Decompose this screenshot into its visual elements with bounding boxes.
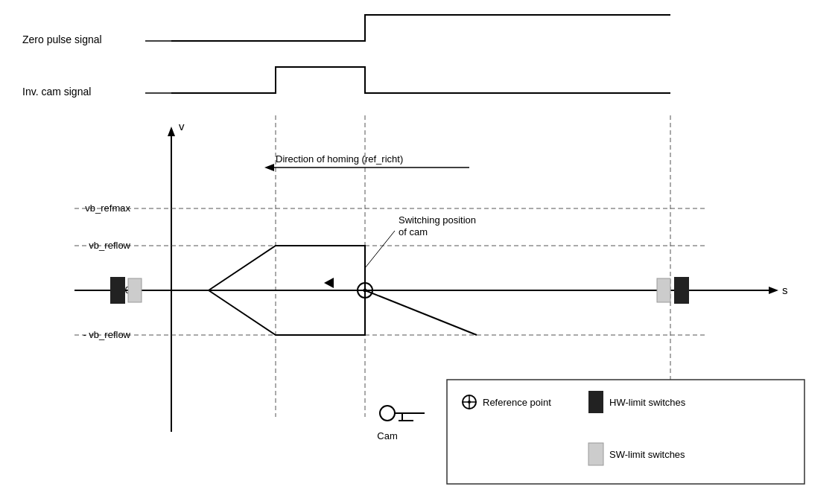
velocity-profile-lower xyxy=(209,290,365,335)
switching-pos-label2: of cam xyxy=(399,226,428,237)
cam-label: Cam xyxy=(377,430,397,441)
cam-legend-circle xyxy=(380,406,395,421)
inside-arrow xyxy=(324,278,334,288)
switching-pos-line xyxy=(365,231,395,268)
diagram-container: Zero pulse signal Inv. cam signal v s xyxy=(0,0,838,504)
homing-diagram: Zero pulse signal Inv. cam signal v s xyxy=(0,0,838,504)
vb-reflow-label: vb_reflow xyxy=(89,240,130,251)
sw-limit-switch-left xyxy=(128,278,142,302)
legend-ref-dot xyxy=(468,401,471,403)
legend-sw-label: SW-limit switches xyxy=(609,449,685,460)
ref-center-dot xyxy=(364,289,367,293)
s-axis-label: s xyxy=(782,284,788,296)
direction-label: Direction of homing (ref_richt) xyxy=(276,153,403,165)
legend-box xyxy=(447,380,804,484)
switching-pos-label1: Switching position xyxy=(399,214,476,226)
v-axis-label: v xyxy=(179,120,185,133)
x-axis-arrow xyxy=(769,287,778,294)
inv-cam-line xyxy=(171,67,670,93)
vb-refmax-label: vb_refmax xyxy=(85,202,130,214)
legend-ref-label: Reference point xyxy=(483,397,551,408)
final-approach-line xyxy=(365,290,477,335)
neg-vb-reflow-label: - vb_reflow xyxy=(83,329,130,340)
y-axis-arrow xyxy=(168,127,175,136)
inv-cam-label: Inv. cam signal xyxy=(22,86,91,98)
sw-limit-switch-right xyxy=(657,278,670,302)
hw-limit-switch-left xyxy=(110,277,125,304)
legend-sw-switch xyxy=(588,443,603,465)
direction-arrow xyxy=(264,164,274,171)
zero-pulse-line xyxy=(171,15,670,41)
hw-limit-switch-right xyxy=(674,277,689,304)
legend-hw-switch xyxy=(588,391,603,413)
legend-hw-label: HW-limit switches xyxy=(609,397,686,408)
velocity-profile-upper xyxy=(209,246,365,290)
zero-pulse-label: Zero pulse signal xyxy=(22,34,102,45)
